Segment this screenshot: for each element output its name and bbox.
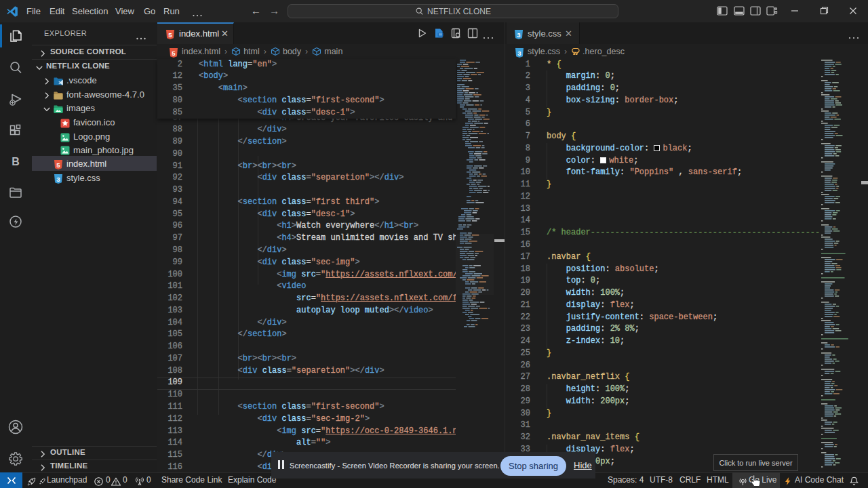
svg-text:3: 3 [517,49,521,56]
svg-text:5: 5 [56,161,60,168]
svg-text:5: 5 [168,30,172,38]
svg-text:3: 3 [517,30,520,38]
svg-text:3: 3 [56,175,60,182]
svg-text:5: 5 [172,49,176,56]
